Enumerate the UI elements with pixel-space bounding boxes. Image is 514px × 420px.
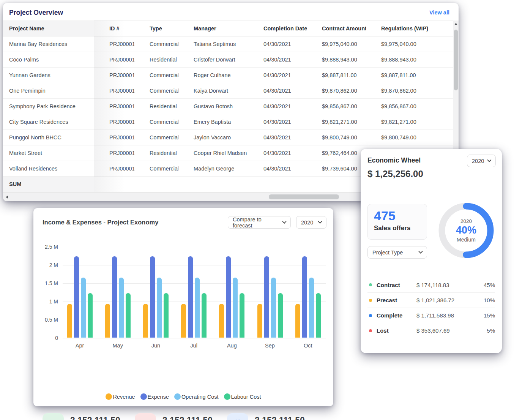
chart-title: Income & Expenses - Project Exonomy (43, 219, 158, 226)
economic-amount: $ 1,25,256.00 (367, 169, 423, 179)
economic-legend-row: Complete$ 1,711,583.9815% (367, 308, 495, 323)
economic-legend-percent: 15% (484, 312, 495, 319)
table-cell: 04/30/2021 (248, 36, 307, 52)
table-cell: PRJ00001 (94, 145, 134, 161)
bar-expense (150, 256, 155, 338)
table-cell: Tatiana Septimus (178, 36, 248, 52)
column-header: ID # (94, 21, 134, 36)
bar-operating-cost (309, 278, 314, 338)
table-cell: City Square Residences (3, 114, 94, 129)
economic-legend-label: Complete (377, 312, 416, 319)
table-cell: $9,800,749.00 (307, 130, 366, 145)
stat-text: 3,152,111.50Total Expenses (162, 415, 213, 420)
column-header: Manager (178, 21, 248, 36)
y-axis-tick: 1.5 M (35, 280, 58, 286)
gridline (63, 302, 326, 302)
legend-label: Expense (148, 394, 169, 400)
income-expenses-card: Income & Expenses - Project Exonomy Comp… (33, 208, 333, 406)
bar-operating-cost (233, 278, 238, 338)
bar-expense (112, 256, 117, 338)
table-row[interactable]: Symphony Park ResidencePRJ00001Residenti… (3, 99, 453, 114)
table-cell: Commercial (134, 68, 178, 83)
page-title: Project Overview (9, 9, 63, 17)
table-cell: Coco Palms (3, 52, 94, 67)
chart-year-label: 2020 (301, 219, 313, 226)
table-cell: Symphony Park Residence (3, 99, 94, 114)
bar-labour-cost (164, 293, 169, 338)
dashboard: Project Overview View all Project NameID… (0, 0, 514, 420)
bar-labour-cost (126, 293, 131, 338)
table-cell: Residential (134, 99, 178, 114)
legend-item: Operating Cost (174, 393, 219, 400)
table-row[interactable]: Punggol North BHCCPRJ00001CommercialJayl… (3, 130, 453, 145)
economic-legend-row: Contract$ 174,118.8345% (367, 277, 495, 292)
arrows-up-down-icon: ⇅ (227, 413, 248, 420)
x-axis-label: Oct (304, 343, 312, 349)
table-cell: Commercial (134, 36, 178, 52)
economic-legend-row: Precast$ 1,021,386.7210% (367, 292, 495, 308)
table-cell: $9,856,867.00 (366, 99, 453, 114)
chart-year-dropdown[interactable]: 2020 (296, 216, 326, 229)
bar-expense (74, 256, 79, 338)
economic-legend-amount: $ 1,711,583.98 (416, 312, 484, 319)
bar-revenue (181, 304, 186, 338)
bar-operating-cost (157, 278, 162, 338)
bar-expense (188, 256, 193, 338)
chevron-down-icon (318, 219, 322, 223)
table-cell: Commercial (134, 161, 178, 176)
scroll-left-icon[interactable] (6, 196, 8, 199)
table-cell: $9,975,040.00 (307, 36, 366, 52)
table-cell: Roger Culhane (178, 68, 248, 83)
scroll-up-icon[interactable] (454, 23, 457, 25)
project-type-dropdown[interactable]: Project Type (367, 246, 427, 259)
x-axis-label: May (112, 343, 123, 349)
table-cell: Residential (134, 52, 178, 67)
table-cell: Jaylon Vaccaro (178, 130, 248, 145)
table-row[interactable]: Coco PalmsPRJ00001ResidentialCristofer D… (3, 52, 453, 68)
table-cell: PRJ00001 (94, 99, 134, 114)
y-axis-tick: 2.5 M (35, 244, 58, 250)
table-row[interactable]: Yunnan GardensPRJ00001CommercialRoger Cu… (3, 68, 453, 83)
bar-labour-cost (278, 293, 283, 338)
table-row[interactable]: City Square ResidencesPRJ00001Commercial… (3, 114, 453, 130)
x-axis-label: Apr (76, 343, 84, 349)
table-row[interactable]: Marina Bay ResidencesPRJ00001CommercialT… (3, 36, 453, 52)
table-cell: Madelyn George (178, 161, 248, 176)
table-cell: Commercial (134, 114, 178, 129)
bar-labour-cost (316, 293, 321, 338)
stat-value: 3,152,111.50 (255, 415, 305, 420)
table-cell: Cooper Rhiel Madsen (178, 145, 248, 161)
compare-forecast-dropdown[interactable]: Compare to forecast (228, 216, 291, 229)
economic-year-dropdown[interactable]: 2020 (467, 155, 496, 167)
column-header: Project Name (3, 21, 94, 36)
column-header: Contract Amount (307, 21, 366, 36)
view-all-link[interactable]: View all (429, 9, 449, 16)
column-header: Type (134, 21, 178, 36)
bar-revenue (105, 304, 110, 338)
table-cell: $9,762,464.00 (307, 145, 366, 161)
donut-chart: 2020 40% Medium (434, 198, 499, 263)
chevron-down-icon (487, 158, 492, 162)
sales-offers-label: Sales offers (374, 224, 421, 232)
table-cell: $9,888,943.00 (307, 52, 366, 67)
bar-revenue (67, 304, 72, 338)
table-cell: 04/30/2021 (248, 83, 307, 98)
legend-dot-icon (369, 299, 372, 302)
table-cell: 04/30/2021 (248, 161, 307, 176)
y-axis-tick: 1 M (35, 298, 58, 305)
table-row[interactable]: One PemimpinPRJ00001CommercialKaiya Dorw… (3, 83, 453, 99)
stat-value: 3,152,111.50 (70, 415, 120, 420)
economic-wheel-card: Economic Wheel 2020 $ 1,25,256.00 475 Sa… (361, 149, 502, 353)
vertical-scrollbar-thumb[interactable] (454, 30, 458, 90)
gridline (63, 338, 326, 338)
bar-operating-cost (119, 278, 124, 338)
legend-item: Revenue (106, 393, 135, 400)
table-cell: 04/30/2021 (248, 114, 307, 129)
chart-stats-row: ↓3,152,111.50Total Revenue↑3,152,111.50T… (43, 413, 324, 420)
arrow-up-icon: ↑ (135, 413, 156, 420)
arrow-down-icon: ↓ (43, 413, 64, 420)
horizontal-scrollbar-thumb[interactable] (269, 194, 339, 199)
legend-item: Expense (140, 393, 169, 400)
table-cell: Market Street (3, 145, 94, 161)
bar-revenue (295, 304, 300, 338)
